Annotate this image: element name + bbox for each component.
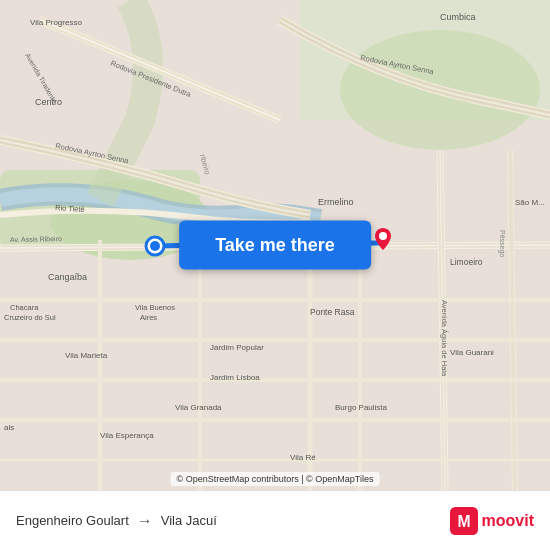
svg-text:Avenida Águia de Haia: Avenida Águia de Haia	[440, 300, 449, 377]
route-destination: Vila Jacuí	[161, 513, 217, 528]
map-attribution: © OpenStreetMap contributors | © OpenMap…	[171, 472, 380, 486]
svg-text:Ermelino: Ermelino	[318, 197, 354, 207]
svg-text:Vila Progresso: Vila Progresso	[30, 18, 82, 27]
svg-text:Vila Buenos: Vila Buenos	[135, 303, 175, 312]
svg-text:Cumbica: Cumbica	[440, 12, 476, 22]
svg-text:Cruzeiro do Sul: Cruzeiro do Sul	[4, 313, 56, 322]
svg-text:Aires: Aires	[140, 313, 157, 322]
svg-text:M: M	[457, 513, 470, 530]
map-container: Vila Progresso Centro Cumbica Ermelino C…	[0, 0, 550, 490]
moovit-m-icon: M	[450, 507, 478, 535]
svg-text:Vila Granada: Vila Granada	[175, 403, 222, 412]
moovit-logo: M moovit	[450, 507, 534, 535]
svg-point-6	[150, 241, 160, 251]
svg-text:São M...: São M...	[515, 198, 545, 207]
svg-text:Chacara: Chacara	[10, 303, 39, 312]
svg-text:als: als	[4, 423, 14, 432]
svg-text:Vila Marieta: Vila Marieta	[65, 351, 108, 360]
svg-text:Vila Ré: Vila Ré	[290, 453, 316, 462]
svg-text:Jardim Popular: Jardim Popular	[210, 343, 264, 352]
svg-text:Jardim Lisboa: Jardim Lisboa	[210, 373, 260, 382]
svg-text:Vila Guarani: Vila Guarani	[450, 348, 494, 357]
take-me-there-button[interactable]: Take me there	[179, 221, 371, 270]
svg-text:Vila Esperança: Vila Esperança	[100, 431, 154, 440]
bottom-bar: Engenheiro Goulart → Vila Jacuí M moovit	[0, 490, 550, 550]
svg-text:Limoeiro: Limoeiro	[450, 257, 483, 267]
svg-text:Cangaíba: Cangaíba	[48, 272, 87, 282]
svg-text:Burgo Paulista: Burgo Paulista	[335, 403, 388, 412]
route-origin: Engenheiro Goulart	[16, 513, 129, 528]
route-arrow-icon: →	[137, 512, 153, 530]
svg-text:Av. Assis Ribeiro: Av. Assis Ribeiro	[10, 235, 62, 243]
svg-text:Ponte Rasa: Ponte Rasa	[310, 307, 355, 317]
svg-text:Pêssego: Pêssego	[498, 230, 506, 257]
svg-point-7	[379, 232, 387, 240]
route-info: Engenheiro Goulart → Vila Jacuí	[16, 512, 450, 530]
moovit-brand-name: moovit	[482, 512, 534, 530]
